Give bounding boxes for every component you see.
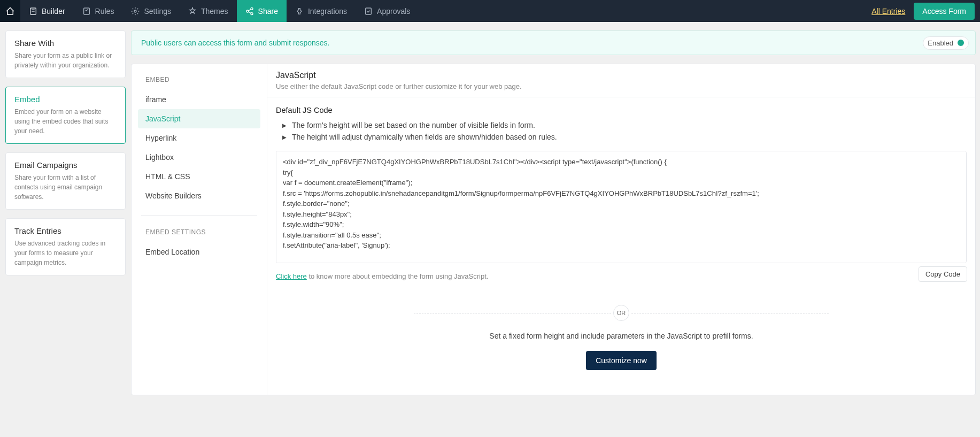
themes-icon: [188, 7, 197, 16]
embed-nav-javascript[interactable]: JavaScript: [138, 109, 260, 128]
share-sidebar: Share With Share your form as a public l…: [0, 22, 131, 395]
nav-settings-label: Settings: [144, 7, 171, 16]
toggle-label: Enabled: [928, 39, 953, 47]
nav-rules[interactable]: Rules: [74, 0, 123, 22]
nav-share[interactable]: Share: [237, 0, 287, 22]
top-nav: Builder Rules Settings Themes Share Inte…: [0, 0, 980, 22]
svg-line-8: [248, 9, 251, 11]
public-access-banner: Public users can access this form and su…: [131, 30, 976, 55]
all-entries-link[interactable]: All Entries: [863, 7, 914, 16]
card-title: Share With: [14, 39, 117, 48]
home-button[interactable]: [0, 0, 20, 22]
svg-point-5: [251, 7, 253, 10]
svg-line-9: [248, 12, 251, 13]
gear-icon: [131, 7, 140, 16]
toggle-dot-icon: [958, 40, 964, 46]
svg-rect-3: [83, 8, 89, 14]
help-link[interactable]: Click here: [276, 272, 307, 280]
nav-approvals-label: Approvals: [377, 7, 410, 16]
nav-themes-label: Themes: [201, 7, 228, 16]
fixed-height-desc: Set a fixed form height and include para…: [276, 332, 967, 340]
embed-settings-section-label: EMBED SETTINGS: [138, 225, 260, 242]
bullet-list: The form's height will be set based on t…: [276, 121, 967, 141]
access-form-button[interactable]: Access Form: [914, 3, 975, 20]
copy-code-button[interactable]: Copy Code: [919, 266, 967, 282]
nav-builder-label: Builder: [42, 7, 65, 16]
nav-themes[interactable]: Themes: [180, 0, 237, 22]
card-desc: Embed your form on a website using the e…: [14, 107, 117, 136]
card-desc: Share your form as a public link or priv…: [14, 51, 117, 70]
embed-nav-iframe[interactable]: iframe: [138, 90, 260, 109]
integrations-icon: [295, 7, 304, 16]
banner-text: Public users can access this form and su…: [141, 39, 330, 47]
bullet-item: The height will adjust dynamically when …: [284, 133, 967, 141]
nav-integrations[interactable]: Integrations: [287, 0, 356, 22]
embed-nav: EMBED iframe JavaScript Hyperlink Lightb…: [132, 64, 267, 395]
embed-content: JavaScript Use either the default JavaSc…: [267, 64, 975, 395]
embed-nav-htmlcss[interactable]: HTML & CSS: [138, 167, 260, 186]
builder-icon: [29, 7, 37, 16]
card-title: Track Entries: [14, 226, 117, 235]
divider: [141, 215, 257, 216]
embed-section-label: EMBED: [138, 73, 260, 90]
card-title: Embed: [14, 95, 117, 104]
card-share-with[interactable]: Share With Share your form as a public l…: [5, 30, 126, 78]
card-desc: Share your form with a list of contacts …: [14, 173, 117, 202]
js-code-textarea[interactable]: [276, 151, 967, 263]
nav-share-label: Share: [258, 7, 278, 16]
divider: [267, 97, 975, 97]
dashed-line: [631, 313, 829, 313]
embed-nav-location[interactable]: Embed Location: [138, 242, 260, 262]
bullet-item: The form's height will be set based on t…: [284, 121, 967, 129]
svg-point-6: [246, 10, 249, 12]
card-track-entries[interactable]: Track Entries Use advanced tracking code…: [5, 218, 126, 275]
or-separator: OR: [414, 305, 828, 321]
default-js-head: Default JS Code: [276, 106, 967, 114]
content-subtitle: Use either the default JavaScript code o…: [276, 82, 967, 90]
card-desc: Use advanced tracking codes in your form…: [14, 239, 117, 267]
rules-icon: [82, 7, 91, 16]
enabled-toggle[interactable]: Enabled: [923, 36, 969, 50]
approvals-icon: [364, 7, 373, 16]
svg-rect-10: [366, 8, 372, 14]
share-icon: [245, 7, 254, 16]
nav-settings[interactable]: Settings: [122, 0, 180, 22]
embed-nav-websitebuilders[interactable]: Website Builders: [138, 186, 260, 205]
svg-point-7: [251, 12, 253, 14]
nav-builder[interactable]: Builder: [20, 0, 74, 22]
svg-point-4: [134, 10, 136, 12]
nav-approvals[interactable]: Approvals: [356, 0, 419, 22]
help-rest: to know more about embedding the form us…: [307, 272, 489, 280]
nav-rules-label: Rules: [95, 7, 114, 16]
card-title: Email Campaigns: [14, 160, 117, 170]
nav-integrations-label: Integrations: [308, 7, 347, 16]
card-email-campaigns[interactable]: Email Campaigns Share your form with a l…: [5, 152, 126, 210]
dashed-line: [414, 313, 611, 313]
help-text: Click here to know more about embedding …: [276, 272, 967, 280]
or-label: OR: [613, 305, 629, 321]
customize-now-button[interactable]: Customize now: [586, 351, 657, 370]
content-title: JavaScript: [276, 71, 967, 80]
card-embed[interactable]: Embed Embed your form on a website using…: [5, 87, 126, 144]
embed-nav-lightbox[interactable]: Lightbox: [138, 148, 260, 167]
embed-nav-hyperlink[interactable]: Hyperlink: [138, 128, 260, 148]
home-icon: [5, 6, 15, 16]
